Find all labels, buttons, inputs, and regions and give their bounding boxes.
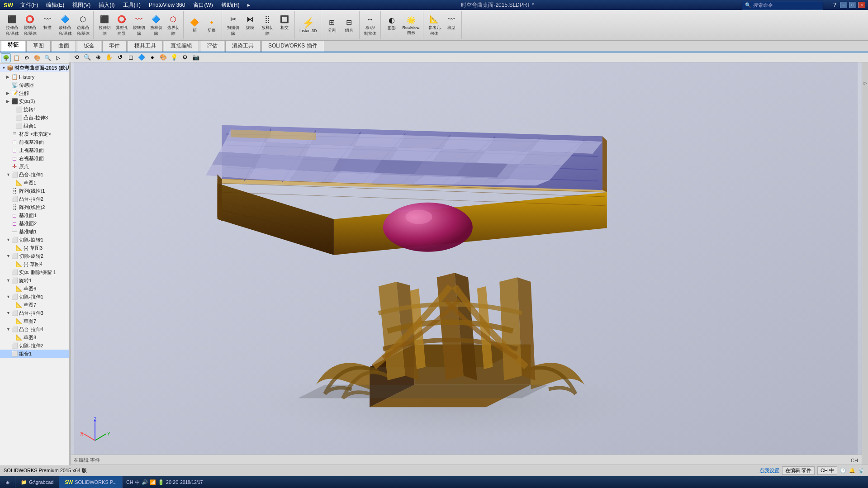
view-orientation-button[interactable]: ◻ [126,53,135,62]
standard-views-button[interactable]: ⟲ [72,53,81,62]
tree-item-cut-extrude2[interactable]: ⬜ 切除-拉伸2 [0,341,70,350]
tab-surface[interactable]: 曲面 [52,40,76,52]
tree-item-lp2[interactable]: ⣿ 阵列(线性)2 [0,203,70,211]
appearance-tab[interactable]: 🎨 [32,53,42,62]
realview-button[interactable]: 🌟 RealView图形 [401,14,422,37]
help-icon[interactable]: ? [831,2,838,8]
combine-button[interactable]: ⊟ 组合 [341,16,357,34]
zoom-to-fit-button[interactable]: 🔍 [83,53,92,62]
tab-mold[interactable]: 模具工具 [128,40,163,52]
chamfer-button[interactable]: 🔸 切换 [204,16,220,34]
tree-item-ref-plane1[interactable]: ◻ 基准面1 [0,211,70,219]
tree-item-revolve1[interactable]: ▼ ⬜ 旋转1 [0,276,70,284]
boundary-boss-button[interactable]: ⬡ 边界凸台/基体 [75,13,92,38]
display-style-button[interactable]: 🔷 [137,53,146,62]
cut-extrude-button[interactable]: ⬛ 拉伸切除 [96,13,113,38]
tree-item-boss-extrude1[interactable]: ▼ ⬜ 凸台-拉伸1 [0,171,70,179]
cut-loft-button[interactable]: 🔷 放样切除 [148,13,164,38]
tree-item-sketch7a[interactable]: 📐 草图7 [0,301,70,309]
tree-item-cut-revolve2[interactable]: ▼ ⬜ 切除-旋转2 [0,252,70,260]
tree-item-sketch4[interactable]: 📐 (-) 草图4 [0,260,70,268]
mirror-button[interactable]: ⧑ 拔模 [242,13,258,38]
taskbar-solidworks[interactable]: SW SOLIDWORKS P... [59,476,122,488]
tree-item-ref-plane2[interactable]: ◻ 基准面2 [0,219,70,227]
rotate-button[interactable]: ↺ [115,53,124,62]
move-solid-button[interactable]: ↔ 移动/制实体 [362,13,379,38]
settings-link[interactable]: 点我设置 [759,467,779,474]
menu-photoview[interactable]: PhotoView 360 [146,2,188,8]
volume-icon[interactable]: 🔊 [142,479,148,485]
tree-item-sensor[interactable]: 📡 传感器 [0,81,70,89]
restore-button[interactable]: □ [849,2,856,8]
cut-revolve-button[interactable]: ⭕ 异型孔向导 [114,13,130,38]
tree-item-boss-extrude3b[interactable]: ▼ ⬜ 凸台-拉伸3 [0,309,70,317]
section-view-button[interactable]: ◐ 图形 [384,14,400,37]
config-tab[interactable]: ⚙ [22,53,32,62]
3d-viewport[interactable]: Y X Z [70,62,862,465]
menu-insert[interactable]: 插入(I) [96,1,117,9]
tab-render[interactable]: 渲染工具 [225,40,261,52]
cut-sweep-button[interactable]: 〰 旋转切除 [131,13,147,38]
tree-item-sketch1[interactable]: 📐 草图1 [0,179,70,187]
tree-item-solid-remove[interactable]: ⬜ 实体-删除/保留 1 [0,268,70,276]
tree-item-cut-extrude1[interactable]: ▼ ⬜ 切除-拉伸1 [0,293,70,301]
tree-item-history[interactable]: ▶ 📋 History [0,73,70,81]
more-view-button[interactable]: ⚙ [180,53,190,62]
battery-icon[interactable]: 🔋 [158,479,164,485]
tree-item-ref-axis1[interactable]: — 基准轴1 [0,227,70,236]
tree-item-top-plane[interactable]: ◻ 上视基准面 [0,146,70,154]
search-bar[interactable]: 🔍 搜索命令 [742,1,823,9]
boss-extrude-button[interactable]: ⬛ 拉伸凸台/基体 [4,13,21,38]
tree-item-origin[interactable]: ✛ 原点 [0,162,70,171]
right-panel-handle[interactable]: ⊳ [862,62,868,465]
camera-button[interactable]: 📷 [191,53,200,62]
boss-revolve-button[interactable]: ⭕ 旋转凸台/基体 [22,13,39,38]
shell-button[interactable]: 🔲 相交 [276,13,293,38]
swept-boss-button[interactable]: 〰 扫描 [39,13,56,38]
tree-item-sketch6[interactable]: 📐 草图6 [0,284,70,293]
menu-edit[interactable]: 编辑(E) [43,1,67,9]
start-button[interactable]: ⊞ [0,476,15,488]
tab-sketch[interactable]: 草图 [26,40,51,52]
menu-view[interactable]: 视图(V) [70,1,93,9]
lofted-boss-button[interactable]: 🔷 放样凸台/基体 [57,13,74,38]
tree-item-boss-extrude3[interactable]: ⬜ 凸台-拉伸3 [0,114,70,122]
pattern-button[interactable]: ⣿ 放样切除 [259,13,275,38]
search-tab[interactable]: 🔍 [43,53,52,62]
ref-geo-button[interactable]: 📐 参考几何体 [426,13,442,38]
tree-item-right-plane[interactable]: ◻ 右视基准面 [0,154,70,162]
close-button[interactable]: × [858,2,865,8]
taskbar-grabcad[interactable]: 📁 G:\grabcad [15,476,59,488]
tree-item-solid3[interactable]: ▶ ⬛ 实体(3) [0,97,70,105]
tree-item-boss1[interactable]: ⬜ 旋转1 [0,105,70,114]
feature-tree-tab[interactable]: 🌳 [1,53,11,62]
materials-button[interactable]: 🎨 [159,53,168,62]
tab-feature[interactable]: 特征 [1,39,25,52]
pan-button[interactable]: ✋ [104,53,114,62]
tree-item-combine2[interactable]: ⬜ 组合1 [0,350,70,358]
tree-item-sketch3[interactable]: 📐 (-) 草图3 [0,244,70,252]
fillet-button[interactable]: 🔶 筋 [186,16,203,34]
tree-item-material[interactable]: ≡ 材质 <未指定> [0,130,70,138]
lighting-button[interactable]: 💡 [170,53,179,62]
tree-item-lp1[interactable]: ⣿ 阵列(线性)1 [0,187,70,195]
tree-item-sketch7b[interactable]: 📐 草图7 [0,317,70,325]
network-icon[interactable]: 📶 [150,479,156,485]
tree-item-boss-extrude2[interactable]: ⬜ 凸台-拉伸2 [0,195,70,203]
property-tab[interactable]: 📋 [11,53,21,62]
tab-sheetmetal[interactable]: 钣金 [77,40,101,52]
tab-direct[interactable]: 直接编辑 [164,40,199,52]
tree-item-boss-extrude4[interactable]: ▼ ⬜ 凸台-拉伸4 [0,325,70,333]
tab-evaluate[interactable]: 评估 [200,40,224,52]
split-button[interactable]: ⊞ 分割 [324,16,340,34]
instant3d-button[interactable]: ⚡ Instant3D [298,17,319,34]
zoom-in-button[interactable]: ⊕ [94,53,103,62]
tree-item-combine1a[interactable]: ⬜ 组合1 [0,122,70,130]
cut-boundary-button[interactable]: ⬡ 边界切除 [165,13,181,38]
tree-item-sketch8[interactable]: 📐 草图8 [0,333,70,341]
tab-plugins[interactable]: SOLIDWORKS 插件 [261,40,324,52]
menu-help[interactable]: 帮助(H) [218,1,242,9]
tree-item-cut-revolve1[interactable]: ▼ ⬜ 切除-旋转1 [0,236,70,244]
tree-item-front-plane[interactable]: ◻ 前视基准面 [0,138,70,146]
menu-tools[interactable]: 工具(T) [120,1,143,9]
